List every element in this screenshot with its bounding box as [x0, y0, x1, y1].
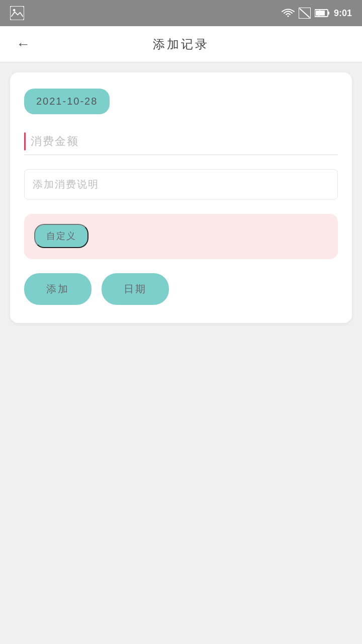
svg-rect-6 — [316, 11, 325, 16]
text-cursor — [24, 132, 26, 150]
category-area: 自定义 — [24, 214, 338, 259]
time-display: 9:01 — [334, 8, 352, 19]
date-button[interactable]: 日期 — [102, 273, 169, 305]
date-badge[interactable]: 2021-10-28 — [24, 89, 110, 114]
main-content: 2021-10-28 自定义 添加 日期 — [0, 62, 362, 333]
back-button[interactable]: ← — [12, 32, 34, 56]
svg-line-3 — [300, 9, 310, 18]
form-card: 2021-10-28 自定义 添加 日期 — [10, 72, 352, 323]
status-bar-right: 9:01 — [282, 8, 352, 19]
desc-input[interactable] — [33, 179, 329, 190]
svg-line-7 — [319, 9, 320, 17]
no-signal-icon — [299, 8, 311, 19]
page-title: 添加记录 — [153, 36, 209, 52]
action-buttons: 添加 日期 — [24, 273, 338, 305]
status-bar: 9:01 — [0, 0, 362, 26]
category-tag-custom[interactable]: 自定义 — [34, 224, 88, 248]
add-button[interactable]: 添加 — [24, 273, 92, 305]
svg-rect-5 — [328, 12, 329, 15]
svg-point-1 — [13, 9, 16, 12]
gallery-icon — [10, 6, 24, 20]
app-header: ← 添加记录 — [0, 26, 362, 62]
status-bar-left — [10, 6, 24, 20]
amount-input[interactable] — [31, 135, 338, 148]
svg-rect-0 — [10, 6, 24, 20]
desc-input-wrapper — [24, 169, 338, 200]
battery-icon — [315, 9, 330, 18]
amount-input-wrapper — [24, 132, 338, 155]
wifi-icon — [282, 8, 295, 18]
